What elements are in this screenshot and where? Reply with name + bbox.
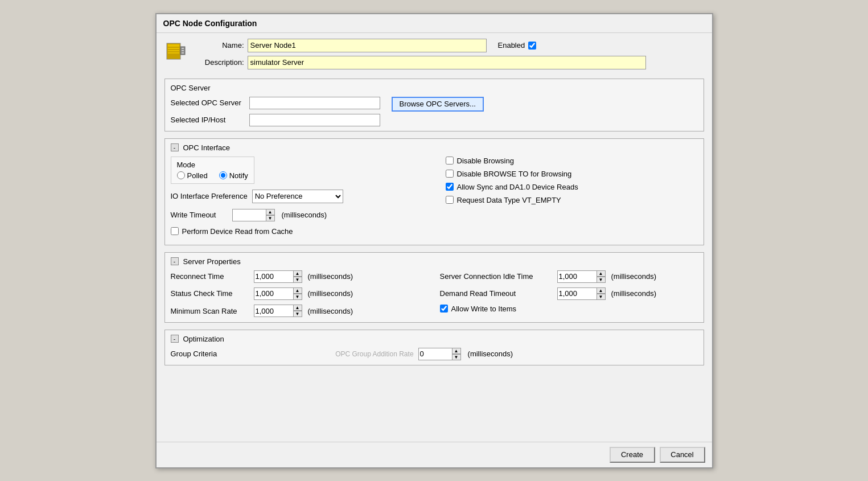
polled-radio-item: Polled	[177, 171, 208, 180]
status-check-label: Status Check Time	[171, 289, 250, 298]
allow-sync-checkbox[interactable]	[446, 183, 454, 191]
notify-radio[interactable]	[219, 171, 227, 179]
selected-server-label: Selected OPC Server	[171, 98, 245, 107]
request-vt-row: Request Data Type VT_EMPTY	[446, 196, 698, 204]
browse-opc-servers-button[interactable]: Browse OPC Servers...	[392, 97, 484, 112]
polled-radio[interactable]	[177, 171, 185, 179]
interface-left: Mode Polled Notify	[171, 157, 423, 240]
selected-server-input[interactable]	[249, 97, 380, 109]
min-scan-up-btn[interactable]: ▲	[293, 305, 302, 311]
reconnect-ms: (milliseconds)	[308, 272, 353, 281]
demand-read-spinner-btns: ▲ ▼	[597, 287, 606, 300]
interface-right: Disable Browsing Disable BROWSE TO for B…	[446, 157, 698, 240]
allow-sync-row: Allow Sync and DA1.0 Device Reads	[446, 183, 698, 191]
write-timeout-spinner: ▲ ▼	[232, 209, 275, 221]
interface-collapse-button[interactable]: -	[171, 143, 179, 151]
opc-addition-input[interactable]	[418, 348, 452, 360]
desc-row: Description:	[193, 56, 704, 69]
optimization-section: - Optimization Group Criteria OPC Group …	[164, 330, 704, 365]
write-timeout-row: Write Timeout ▲ ▼ (milliseconds)	[171, 209, 423, 221]
desc-label: Description:	[193, 58, 244, 67]
create-button[interactable]: Create	[610, 447, 655, 463]
disable-browse-to-checkbox[interactable]	[446, 170, 454, 178]
min-scan-input[interactable]	[254, 305, 294, 317]
enabled-label: Enabled	[498, 41, 525, 50]
status-check-input[interactable]	[254, 287, 294, 300]
server-idle-ms: (milliseconds)	[611, 272, 656, 281]
demand-read-ms: (milliseconds)	[611, 289, 656, 298]
selected-ip-label: Selected IP/Host	[171, 116, 245, 124]
selected-ip-row: Selected IP/Host	[171, 114, 380, 126]
status-check-down-btn[interactable]: ▼	[293, 294, 302, 300]
notify-radio-item: Notify	[219, 171, 248, 180]
opc-addition-ms: (milliseconds)	[468, 350, 513, 358]
status-check-row: Status Check Time ▲ ▼ (milliseconds)	[171, 287, 429, 300]
min-scan-row: Minimum Scan Rate ▲ ▼ (milliseconds)	[171, 305, 429, 318]
server-idle-input[interactable]	[557, 270, 597, 283]
demand-read-up-btn[interactable]: ▲	[597, 287, 606, 294]
opc-addition-spinner-btns: ▲ ▼	[452, 348, 461, 360]
enabled-checkbox[interactable]	[528, 42, 536, 50]
perform-cache-checkbox[interactable]	[171, 227, 179, 235]
dialog-footer: Create Cancel	[157, 442, 712, 467]
cancel-button[interactable]: Cancel	[660, 447, 705, 463]
allow-write-checkbox[interactable]	[440, 305, 448, 313]
demand-read-down-btn[interactable]: ▼	[597, 294, 606, 300]
mode-box: Mode Polled Notify	[171, 157, 254, 184]
svg-rect-3	[168, 50, 179, 51]
disable-browse-to-row: Disable BROWSE TO for Browsing	[446, 170, 698, 178]
polled-label: Polled	[187, 171, 208, 180]
group-criteria-label: Group Criteria	[171, 350, 217, 358]
mode-label: Mode	[177, 161, 248, 169]
min-scan-down-btn[interactable]: ▼	[293, 311, 302, 317]
opc-addition-up-btn[interactable]: ▲	[452, 348, 461, 354]
reconnect-spinner: ▲ ▼	[254, 270, 302, 283]
header-fields: Name: Enabled Description:	[193, 39, 704, 73]
server-idle-up-btn[interactable]: ▲	[597, 270, 606, 277]
server-idle-label: Server Connection Idle Time	[440, 272, 554, 281]
write-timeout-down-btn[interactable]: ▼	[266, 215, 275, 221]
desc-input[interactable]	[248, 56, 646, 69]
name-row: Name: Enabled	[193, 39, 704, 52]
optimization-title: - Optimization	[171, 335, 698, 343]
perform-cache-row: Perform Device Read from Cache	[171, 227, 423, 236]
header-section: Name: Enabled Description:	[164, 39, 704, 73]
svg-rect-4	[168, 52, 179, 54]
write-timeout-spinner-btns: ▲ ▼	[266, 209, 275, 221]
reconnect-down-btn[interactable]: ▼	[293, 277, 302, 283]
svg-rect-6	[182, 48, 184, 49]
reconnect-label: Reconnect Time	[171, 272, 250, 281]
opc-server-grid: Selected OPC Server Selected IP/Host Bro…	[171, 97, 698, 126]
name-input[interactable]	[248, 39, 487, 52]
min-scan-ms: (milliseconds)	[308, 307, 353, 315]
opc-server-section: OPC Server Selected OPC Server Selected …	[164, 79, 704, 131]
write-timeout-input[interactable]	[232, 209, 266, 221]
server-props-title-text: Server Properties	[183, 257, 241, 266]
selected-ip-input[interactable]	[249, 114, 380, 126]
disable-browsing-label: Disable Browsing	[457, 157, 514, 165]
optimization-title-text: Optimization	[183, 335, 224, 343]
reconnect-input[interactable]	[254, 270, 294, 283]
reconnect-row: Reconnect Time ▲ ▼ (milliseconds)	[171, 270, 429, 283]
opc-addition-down-btn[interactable]: ▼	[452, 354, 461, 360]
svg-rect-7	[182, 50, 184, 51]
server-props-collapse-button[interactable]: -	[171, 257, 179, 265]
opc-addition-label: OPC Group Addition Rate	[335, 350, 413, 358]
interface-grid: Mode Polled Notify	[171, 157, 698, 240]
disable-browsing-checkbox[interactable]	[446, 157, 454, 165]
svg-rect-8	[182, 52, 184, 54]
server-idle-down-btn[interactable]: ▼	[597, 277, 606, 283]
demand-read-row: Demand Read Timeout ▲ ▼ (milliseconds)	[440, 287, 698, 300]
io-pref-select[interactable]: No Preference DA1 DA2 DA3	[252, 190, 343, 203]
opc-node-config-dialog: OPC Node Configuration Name:	[155, 13, 713, 468]
request-vt-checkbox[interactable]	[446, 196, 454, 204]
min-scan-spinner: ▲ ▼	[254, 305, 302, 317]
write-timeout-up-btn[interactable]: ▲	[266, 209, 275, 215]
svg-rect-2	[168, 48, 179, 49]
demand-read-input[interactable]	[557, 287, 597, 300]
status-check-up-btn[interactable]: ▲	[293, 287, 302, 294]
opc-interface-section: - OPC Interface Mode Polled	[164, 138, 704, 245]
opc-addition-spinner: ▲ ▼	[418, 348, 461, 360]
reconnect-up-btn[interactable]: ▲	[293, 270, 302, 277]
optimization-collapse-button[interactable]: -	[171, 335, 179, 343]
